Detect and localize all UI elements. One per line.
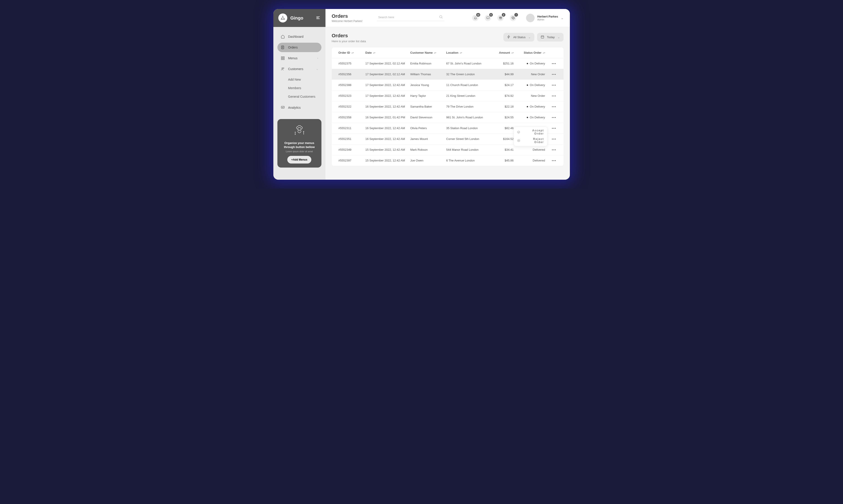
page-title: Orders [332, 13, 362, 19]
chevron-down-icon: ⌄ [528, 35, 531, 39]
table-row[interactable]: #5552356 17 September 2022, 02:12 AM Wil… [332, 69, 563, 80]
svg-point-8 [282, 68, 283, 69]
nav-dashboard[interactable]: Dashboard [277, 32, 321, 41]
cell-order-id: #5552311 [339, 126, 365, 130]
cell-order-id: #5552388 [339, 83, 365, 87]
svg-point-12 [440, 16, 442, 18]
cell-date: 17 September 2022, 12:42 AM [365, 94, 410, 97]
nav-label: Dashboard [288, 35, 304, 38]
col-status[interactable]: Status Order▴▾ [514, 51, 545, 54]
user-info: Herbert Parkes Admin [537, 15, 558, 21]
status-cell: Delivered [514, 159, 545, 162]
badge: 5 [489, 13, 493, 17]
analytics-icon [281, 106, 285, 110]
table-row[interactable]: #5552375 17 September 2022, 02:12 AM Emi… [332, 58, 563, 69]
search-box[interactable] [377, 15, 444, 21]
popover-label: Accept Order [522, 129, 544, 135]
gifts-button[interactable]: 2 [497, 15, 504, 21]
subnav-general[interactable]: General Customers [288, 93, 321, 100]
svg-rect-14 [486, 17, 489, 19]
nav-label: Menus [288, 56, 298, 60]
user-menu[interactable]: Herbert Parkes Admin ⌄ [526, 14, 563, 22]
search-input[interactable] [378, 16, 439, 19]
subnav-add-new[interactable]: Add New [288, 76, 321, 83]
topbar: Orders Welcome Herbert Parkes! 12 5 2 [325, 9, 570, 27]
row-actions-button[interactable]: ••• [545, 73, 556, 76]
filter-date[interactable]: Today ⌄ [537, 33, 563, 41]
cell-order-id: #5552323 [339, 94, 365, 97]
svg-point-22 [517, 131, 520, 133]
table-row[interactable]: #5552388 17 September 2022, 12:42 AM Jes… [332, 80, 563, 91]
cell-location: 35 Station Road London [446, 126, 491, 130]
status-cell: New Order [514, 94, 545, 97]
cell-amount: $24.55 [491, 116, 514, 119]
cell-date: 15 September 2022, 12:42 AM [365, 148, 410, 151]
nav-orders[interactable]: Orders [277, 43, 321, 52]
add-menus-button[interactable]: +Add Menus [287, 156, 311, 163]
cell-customer: Jessica Young [410, 83, 446, 87]
col-customer[interactable]: Customer Name▴▾ [410, 51, 446, 54]
cell-order-id: #5552375 [339, 62, 365, 65]
status-text: Delivered [533, 148, 545, 151]
row-actions-button[interactable]: ••• [545, 105, 556, 108]
status-dot [527, 85, 528, 86]
sort-icon: ▴▾ [543, 52, 545, 53]
messages-button[interactable]: 5 [485, 15, 491, 21]
filter-status[interactable]: All Status ⌄ [503, 33, 534, 41]
row-actions-button[interactable]: ••• [545, 159, 556, 162]
table-row[interactable]: #5552323 17 September 2022, 12:42 AM Har… [332, 91, 563, 101]
status-text: On Delivery [530, 105, 545, 108]
nav-customers[interactable]: Customers ⌄ [277, 64, 321, 74]
content-title: Orders [332, 33, 366, 39]
table-row[interactable]: #5552358 16 September 2022, 01:42 PM Dav… [332, 112, 563, 123]
avatar [526, 14, 535, 22]
menu-toggle-icon[interactable] [316, 16, 321, 20]
status-cell: Delivered [514, 148, 545, 151]
row-actions-button[interactable]: ••• [545, 94, 556, 97]
status-text: On Delivery [530, 83, 545, 87]
sort-icon: ▴▾ [512, 52, 514, 53]
orders-table: Order ID▴▾ Date▴▾ Customer Name▴▾ Locati… [332, 48, 563, 166]
x-circle-icon [517, 139, 520, 142]
status-cell: On Delivery [514, 62, 545, 65]
col-amount[interactable]: Amount▴▾ [491, 51, 514, 54]
nav-menus[interactable]: Menus › [277, 53, 321, 63]
cell-order-id: #5552358 [339, 116, 365, 119]
cell-order-id: #5552356 [339, 73, 365, 76]
status-text: New Order [531, 73, 545, 76]
col-date[interactable]: Date▴▾ [365, 51, 410, 54]
badge: 2 [502, 13, 505, 17]
cell-date: 16 September 2022, 12:42 AM [365, 137, 410, 141]
row-actions-button[interactable]: ••• [545, 148, 556, 151]
subnav-members[interactable]: Members [288, 85, 321, 91]
svg-point-17 [513, 18, 514, 18]
settings-button[interactable]: ! [510, 15, 516, 21]
row-actions-button[interactable]: ••• [545, 116, 556, 119]
bell-icon [474, 16, 477, 20]
filter-date-label: Today [547, 35, 555, 39]
reject-order-action[interactable]: Reject Order [517, 138, 544, 144]
col-location[interactable]: Location▴▾ [446, 51, 491, 54]
brand-bar: Gingo [273, 9, 325, 27]
cell-location: 11 Church Road London [446, 83, 491, 87]
cell-order-id: #5552349 [339, 148, 365, 151]
cell-date: 16 September 2022, 12:42 AM [365, 126, 410, 130]
svg-point-9 [283, 68, 284, 69]
customers-icon [281, 67, 285, 71]
table-row[interactable]: #5552397 15 September 2022, 12:42 AM Joe… [332, 155, 563, 166]
notifications-button[interactable]: 12 [472, 15, 479, 21]
bolt-icon [507, 35, 510, 39]
row-actions-button[interactable]: ••• [545, 62, 556, 65]
cell-location: 6 The Avenue London [446, 159, 491, 162]
table-row[interactable]: #5552311 16 September 2022, 12:42 AM Oli… [332, 123, 563, 133]
accept-order-action[interactable]: Accept Order [517, 129, 544, 135]
svg-rect-4 [281, 57, 282, 58]
col-order-id[interactable]: Order ID▴▾ [339, 51, 365, 54]
row-actions-button[interactable]: ••• [545, 83, 556, 87]
nav-analytics[interactable]: Analytics [277, 103, 321, 112]
table-row[interactable]: #5552322 16 September 2022, 12:42 AM Sam… [332, 101, 563, 112]
cell-customer: William Thomas [410, 73, 446, 76]
row-actions-button[interactable]: ••• Accept Order Reject Order [545, 126, 556, 130]
user-role: Admin [537, 18, 558, 21]
sort-icon: ▴▾ [373, 52, 375, 53]
